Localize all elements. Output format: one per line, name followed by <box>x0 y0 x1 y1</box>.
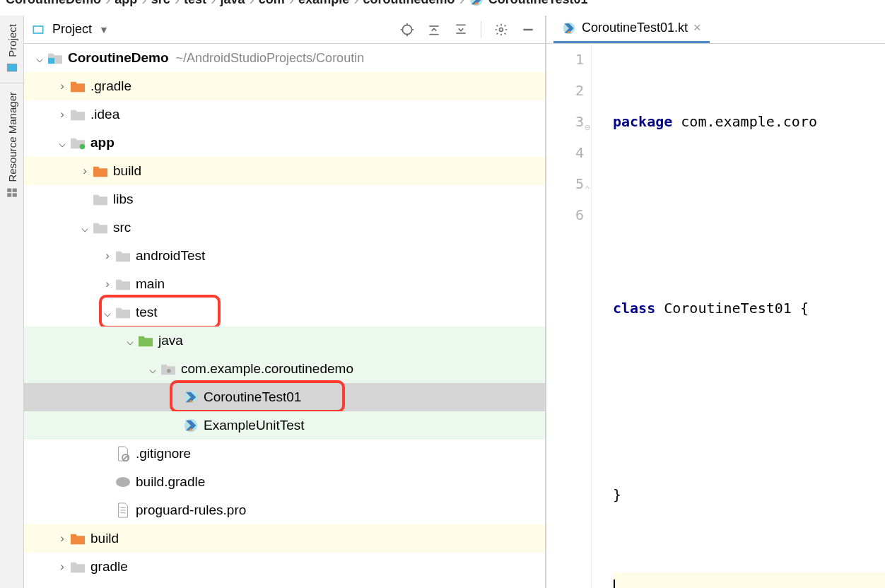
chevron-down-icon[interactable]: ⌵ <box>123 334 137 348</box>
tree-node-test[interactable]: ⌵ test <box>24 298 545 327</box>
crumb[interactable]: test <box>184 0 206 7</box>
chevron-right-icon: › <box>175 0 180 4</box>
tree-node[interactable]: › build <box>24 524 545 553</box>
tree-node[interactable]: › build <box>24 157 545 185</box>
test-source-folder-icon <box>137 334 154 348</box>
line-number: 1 <box>546 44 584 75</box>
svg-rect-6 <box>7 188 11 192</box>
tree-label: CoroutineDemo <box>68 50 169 66</box>
tree-label: build <box>113 163 141 179</box>
crumb[interactable]: example <box>298 0 349 7</box>
chevron-right-icon: › <box>141 0 146 4</box>
close-icon[interactable]: × <box>693 20 701 35</box>
collapse-button[interactable] <box>451 20 471 40</box>
chevron-down-icon[interactable]: ⌵ <box>100 305 115 320</box>
locate-button[interactable] <box>397 20 417 40</box>
code-text[interactable]: package com.example.coro class Coroutine… <box>592 44 885 588</box>
tree-node-selected[interactable]: › CoroutineTest01 <box>24 383 545 411</box>
tree-node[interactable]: › build.gradle <box>24 468 545 496</box>
tree-node[interactable]: ⌵ com.example.coroutinedemo <box>24 355 545 383</box>
chevron-right-icon[interactable]: › <box>55 531 69 546</box>
sidebar-tab-resource-manager[interactable]: Resource Manager <box>3 86 21 205</box>
tree-node[interactable]: ⌵ src <box>24 213 545 242</box>
chevron-right-icon: › <box>459 0 464 4</box>
tree-node[interactable]: › ExampleUnitTest <box>24 411 545 440</box>
hide-button[interactable] <box>518 20 538 40</box>
excluded-folder-icon <box>69 531 86 546</box>
project-panel: Project ▼ ⌵ CoroutineDemo ~/AndroidStudi… <box>24 16 546 588</box>
chevron-down-icon[interactable]: ⌵ <box>146 362 160 377</box>
tree-node[interactable]: › .idea <box>24 100 545 129</box>
crumb[interactable]: app <box>115 0 137 7</box>
tree-node[interactable]: › main <box>24 270 545 298</box>
chevron-right-icon[interactable]: › <box>55 79 69 93</box>
chevron-right-icon[interactable]: › <box>100 249 115 263</box>
line-gutter: 1 2 3 4 5 6 ⊖ ⌃ <box>546 44 592 588</box>
tree-label: java <box>158 333 183 348</box>
panel-title[interactable]: Project <box>52 22 92 37</box>
svg-rect-5 <box>12 188 16 192</box>
tree-node[interactable]: › gradle <box>24 553 545 581</box>
tree-label: CoroutineTest01 <box>204 389 301 405</box>
line-number: 3 <box>546 106 584 137</box>
text-file-icon <box>115 502 131 518</box>
kotlin-class-icon <box>182 389 199 405</box>
svg-point-21 <box>80 144 85 149</box>
project-tree[interactable]: ⌵ CoroutineDemo ~/AndroidStudioProjects/… <box>24 44 545 588</box>
dropdown-icon[interactable]: ▼ <box>99 24 109 35</box>
editor-tab-bar: CoroutineTest01.kt × <box>546 16 885 44</box>
tree-node[interactable]: ⌵ java <box>24 327 545 355</box>
code-editor[interactable]: 1 2 3 4 5 6 ⊖ ⌃ package com.example.coro… <box>546 44 885 588</box>
svg-rect-8 <box>34 26 42 32</box>
crumb[interactable]: java <box>220 0 245 7</box>
fold-start-icon[interactable]: ⊖ <box>583 112 592 143</box>
chevron-right-icon[interactable]: › <box>100 277 115 291</box>
crumb[interactable]: coroutinedemo <box>363 0 455 7</box>
chevron-right-icon[interactable]: › <box>78 164 92 178</box>
tree-label: src <box>113 220 131 235</box>
chevron-down-icon[interactable]: ⌵ <box>78 220 92 235</box>
chevron-right-icon[interactable]: › <box>55 560 69 574</box>
divider <box>0 83 23 83</box>
crumb[interactable]: CoroutineTest01 <box>488 0 588 7</box>
crumb[interactable]: CoroutineDemo <box>6 0 101 7</box>
settings-button[interactable] <box>491 20 511 40</box>
tree-node[interactable]: › libs <box>24 185 545 213</box>
tree-node[interactable]: › .gradle <box>24 72 545 100</box>
tree-label: ExampleUnitTest <box>204 418 305 433</box>
editor-tab[interactable]: CoroutineTest01.kt × <box>553 15 710 43</box>
sidebar-tab-project[interactable]: Project <box>3 18 21 80</box>
svg-rect-4 <box>7 193 11 196</box>
chevron-right-icon[interactable]: › <box>55 107 69 122</box>
package-folder-icon <box>160 362 177 376</box>
tree-label: .gradle <box>90 78 131 94</box>
tree-node[interactable]: › androidTest <box>24 242 545 270</box>
kotlin-file-icon <box>562 21 576 35</box>
folder-icon <box>69 560 86 574</box>
crumb[interactable]: com <box>259 0 285 7</box>
tree-label: build <box>90 531 119 546</box>
tree-node[interactable]: › .gitignore <box>24 440 545 468</box>
tree-label: app <box>90 135 115 151</box>
editor-tab-label: CoroutineTest01.kt <box>582 20 688 35</box>
tree-label: proguard-rules.pro <box>136 502 246 518</box>
line-number: 2 <box>546 75 584 106</box>
module-folder-icon <box>69 136 86 150</box>
tree-label: libs <box>113 192 134 207</box>
editor-panel: CoroutineTest01.kt × 1 2 3 4 5 6 ⊖ ⌃ pac… <box>546 16 885 588</box>
svg-point-22 <box>167 369 170 372</box>
line-number: 5 <box>546 168 584 199</box>
project-panel-header: Project ▼ <box>24 16 545 44</box>
tree-node[interactable]: › proguard-rules.pro <box>24 496 545 524</box>
fold-end-icon[interactable]: ⌃ <box>583 174 592 205</box>
folder-icon <box>92 220 109 235</box>
tree-node-root[interactable]: ⌵ CoroutineDemo ~/AndroidStudioProjects/… <box>24 44 545 72</box>
svg-point-18 <box>500 28 503 31</box>
chevron-down-icon[interactable]: ⌵ <box>33 51 47 66</box>
chevron-down-icon[interactable]: ⌵ <box>55 136 69 151</box>
tree-node[interactable]: ⌵ app <box>24 129 545 157</box>
expand-button[interactable] <box>424 20 444 40</box>
sidebar-tab-label: Resource Manager <box>6 92 18 182</box>
project-icon <box>31 23 45 37</box>
crumb[interactable]: src <box>151 0 170 7</box>
